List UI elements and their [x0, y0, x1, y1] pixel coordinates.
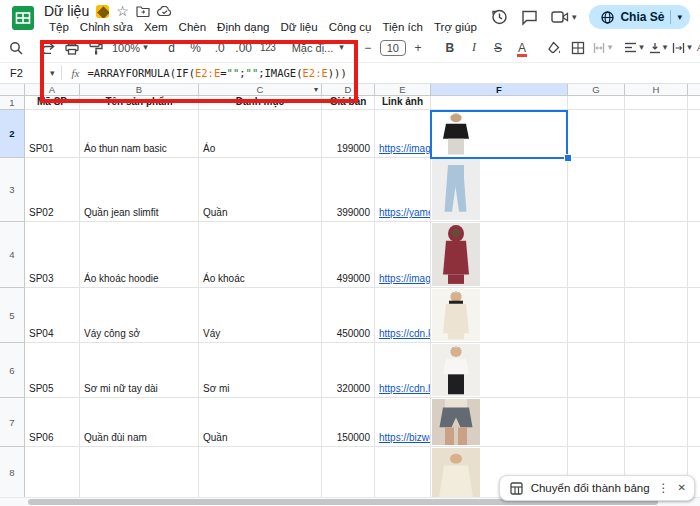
- cell-f-4[interactable]: [431, 222, 568, 288]
- col-header-d[interactable]: D: [322, 84, 375, 96]
- col-header-h[interactable]: H: [625, 84, 688, 96]
- row-header-7[interactable]: 7: [0, 398, 25, 447]
- cell-empty[interactable]: [688, 96, 700, 110]
- cell-d-3[interactable]: 399000: [322, 158, 375, 222]
- row-header-2[interactable]: 2: [0, 110, 25, 158]
- cell-d-7[interactable]: 150000: [322, 398, 375, 447]
- cell-e-5[interactable]: https://cdn.kkfas: [375, 288, 431, 343]
- merge-cells-button[interactable]: ▾: [591, 37, 613, 59]
- zoom-select[interactable]: 100% ▾: [108, 40, 152, 56]
- cell-a-7[interactable]: SP06: [25, 398, 80, 447]
- cell-b-6[interactable]: Sơ mi nữ tay dài: [80, 343, 199, 398]
- convert-to-table-button[interactable]: Chuyển đổi thành bảng ⋮ ✕: [499, 475, 695, 501]
- row-header-4[interactable]: 4: [0, 222, 25, 288]
- cell-header-mã-sp[interactable]: Mã SP: [25, 96, 80, 110]
- increase-decimal-button[interactable]: .00: [233, 37, 255, 59]
- comment-icon[interactable]: [521, 9, 538, 26]
- print-button[interactable]: [61, 37, 83, 59]
- cell-empty[interactable]: [568, 343, 625, 398]
- strikethrough-button[interactable]: S: [487, 37, 509, 59]
- pill-close-icon[interactable]: ✕: [678, 483, 686, 493]
- bold-button[interactable]: B: [439, 37, 461, 59]
- cell-empty[interactable]: [568, 398, 625, 447]
- cell-f-7[interactable]: [431, 398, 568, 447]
- vertical-align-button[interactable]: ▾: [647, 37, 669, 59]
- col-header-c[interactable]: C▾: [199, 84, 322, 96]
- menu-6[interactable]: Công cụ: [324, 20, 377, 34]
- cell-e-7[interactable]: https://bizweb.dk: [375, 398, 431, 447]
- horizontal-align-button[interactable]: ▾: [623, 37, 645, 59]
- cell-empty[interactable]: [688, 158, 700, 222]
- formula-input[interactable]: =ARRAYFORMULA(IF(E2:E="";"";IMAGE(E2:E))…: [87, 67, 346, 79]
- col-header-g[interactable]: G: [568, 84, 625, 96]
- pill-overflow-icon[interactable]: ⋮: [658, 482, 670, 494]
- cell-empty[interactable]: [625, 96, 688, 110]
- cell-b-3[interactable]: Quần jean slimfit: [80, 158, 199, 222]
- name-box-caret-icon[interactable]: ▾: [50, 69, 55, 78]
- cell-e-2[interactable]: https://image.hm: [375, 110, 431, 158]
- cell-a-3[interactable]: SP02: [25, 158, 80, 222]
- font-select[interactable]: Mặc đị... ▾: [288, 40, 348, 56]
- currency-format-button[interactable]: đ: [161, 37, 183, 59]
- col-header-a[interactable]: A: [25, 84, 80, 96]
- cell-header-giá-bán[interactable]: Giá bán: [322, 96, 375, 110]
- cell-header-link-ảnh[interactable]: Link ảnh: [375, 96, 431, 110]
- redo-button[interactable]: [37, 37, 59, 59]
- share-caret-icon[interactable]: ▾: [677, 13, 682, 22]
- col-header-f[interactable]: F: [431, 84, 568, 96]
- cell-b-5[interactable]: Váy công sở: [80, 288, 199, 343]
- cell-empty[interactable]: [625, 398, 688, 447]
- cell-empty[interactable]: [375, 447, 431, 498]
- column-c-dropdown-icon[interactable]: ▾: [314, 85, 318, 94]
- share-button[interactable]: Chia Sẻ ▾: [589, 5, 690, 29]
- cell-a-6[interactable]: SP05: [25, 343, 80, 398]
- cell-empty[interactable]: [431, 96, 568, 110]
- cell-empty[interactable]: [625, 343, 688, 398]
- cell-empty[interactable]: [625, 158, 688, 222]
- menu-7[interactable]: Tiện ích: [377, 20, 427, 34]
- col-header-e[interactable]: E: [375, 84, 431, 96]
- increase-font-size-button[interactable]: +: [407, 37, 429, 59]
- cell-empty[interactable]: [568, 110, 625, 158]
- menu-2[interactable]: Xem: [139, 20, 173, 34]
- row-header-8[interactable]: 8: [0, 447, 25, 498]
- menu-1[interactable]: Chỉnh sửa: [75, 20, 138, 34]
- row-header-1[interactable]: 1: [0, 96, 25, 110]
- more-formats-button[interactable]: 123: [257, 37, 279, 59]
- cell-empty[interactable]: [688, 343, 700, 398]
- product-link[interactable]: https://image.hm: [379, 143, 431, 154]
- cell-empty[interactable]: [688, 398, 700, 447]
- star-icon[interactable]: ☆: [116, 4, 129, 18]
- cell-empty[interactable]: [688, 288, 700, 343]
- text-color-button[interactable]: A: [518, 41, 526, 55]
- fill-color-button[interactable]: [543, 37, 565, 59]
- cell-c-2[interactable]: Áo: [199, 110, 322, 158]
- move-folder-icon[interactable]: [136, 5, 150, 17]
- cell-empty[interactable]: [625, 110, 688, 158]
- cell-f-6[interactable]: [431, 343, 568, 398]
- cell-c-6[interactable]: Sơ mi: [199, 343, 322, 398]
- cell-empty[interactable]: [80, 447, 199, 498]
- cell-a-5[interactable]: SP04: [25, 288, 80, 343]
- decrease-decimal-button[interactable]: .0: [209, 37, 231, 59]
- cell-empty[interactable]: [25, 447, 80, 498]
- col-header-b[interactable]: B: [80, 84, 199, 96]
- row-header-5[interactable]: 5: [0, 288, 25, 343]
- cell-empty[interactable]: [688, 222, 700, 288]
- grid-corner-box[interactable]: [0, 84, 25, 96]
- version-history-icon[interactable]: [490, 8, 508, 26]
- cell-d-2[interactable]: 199000: [322, 110, 375, 158]
- name-box[interactable]: F2: [0, 67, 50, 79]
- cell-empty[interactable]: [568, 158, 625, 222]
- menu-3[interactable]: Chèn: [174, 20, 212, 34]
- italic-button[interactable]: I: [463, 37, 485, 59]
- cell-b-4[interactable]: Áo khoác hoodie: [80, 222, 199, 288]
- cell-c-3[interactable]: Quần: [199, 158, 322, 222]
- cell-a-2[interactable]: SP01: [25, 110, 80, 158]
- doc-title[interactable]: Dữ liệu: [44, 3, 89, 19]
- cell-empty[interactable]: [688, 110, 700, 158]
- percent-format-button[interactable]: %: [185, 37, 207, 59]
- row-header-6[interactable]: 6: [0, 343, 25, 398]
- cell-d-6[interactable]: 320000: [322, 343, 375, 398]
- cell-e-6[interactable]: https://cdn.hstati: [375, 343, 431, 398]
